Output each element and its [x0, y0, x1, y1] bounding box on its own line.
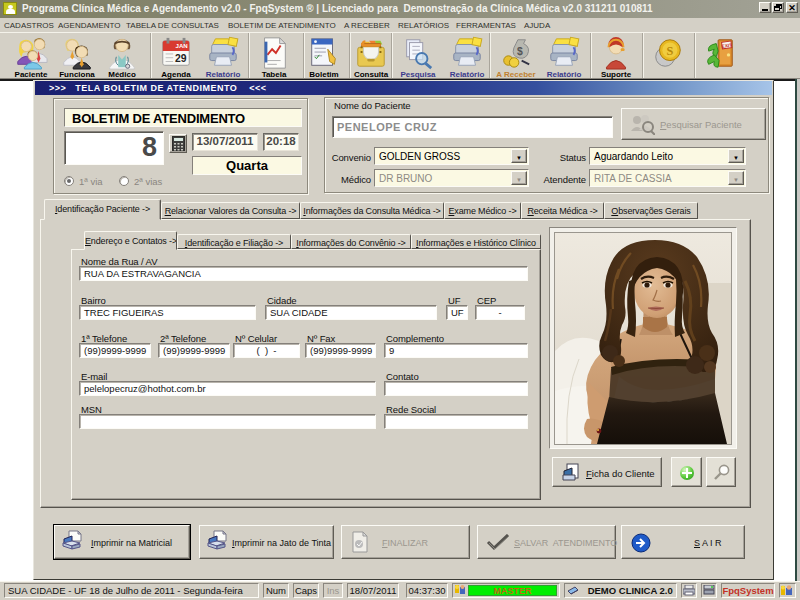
svg-text:29: 29 [175, 53, 187, 64]
svg-text:S: S [666, 44, 673, 58]
svg-text:$: $ [517, 46, 523, 57]
svg-text:JAN: JAN [176, 42, 189, 49]
